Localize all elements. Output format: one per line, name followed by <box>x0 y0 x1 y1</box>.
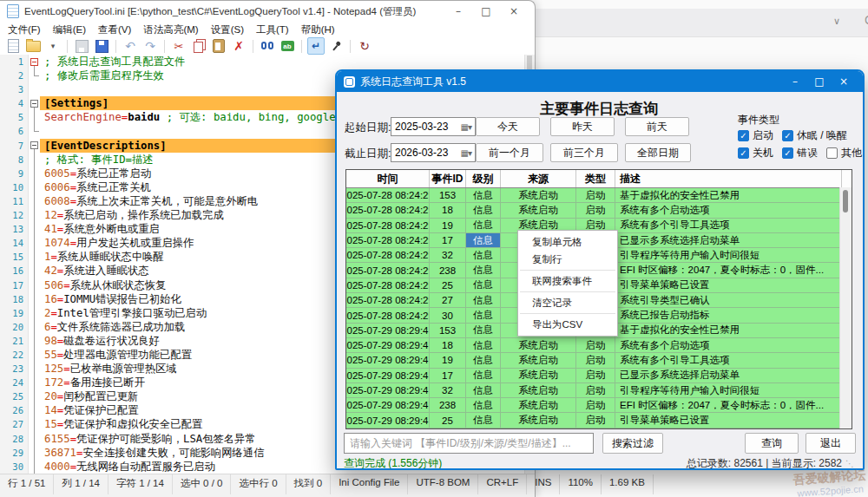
new-file-icon[interactable] <box>4 37 22 55</box>
column-header[interactable]: 事件ID <box>430 170 466 187</box>
table-cell[interactable]: 启动 <box>576 353 615 368</box>
editor-line[interactable]: 1; 系统日志查询工具配置文件 <box>0 55 525 69</box>
table-cell[interactable]: 引导程序等待用户输入时间很短 <box>615 248 842 263</box>
start-date-picker[interactable]: 2025-03-23 ▦▾ <box>391 117 476 136</box>
table-cell[interactable]: EFI 时区偏移：2047，夏令时标志：0，固件... <box>615 263 842 278</box>
menu-item[interactable]: 文件(F) <box>2 23 47 36</box>
table-cell[interactable]: 引导程序等待用户输入时间很短 <box>615 383 842 398</box>
save-as-icon[interactable] <box>93 37 110 55</box>
table-cell[interactable]: 引导菜单策略已设置 <box>615 413 842 428</box>
table-cell[interactable]: 17 <box>430 369 466 383</box>
column-header[interactable]: 描述 <box>615 170 842 187</box>
table-cell[interactable]: 信息 <box>466 428 501 429</box>
table-cell[interactable]: 2025-07-28 08:24:29 <box>346 308 430 323</box>
checkbox-其他[interactable]: 其他 <box>826 146 862 160</box>
table-cell[interactable]: 系统已报告启动指标 <box>615 308 842 323</box>
table-cell[interactable]: 基于虚拟化的安全性已禁用 <box>615 324 842 338</box>
table-cell[interactable]: 启动 <box>576 413 615 428</box>
query-button[interactable]: 查询 <box>745 433 799 454</box>
table-cell[interactable]: 引导菜单策略已设置 <box>615 278 842 293</box>
calendar-icon[interactable]: ▦▾ <box>461 148 471 158</box>
resize-grip-icon[interactable]: ⋱ <box>845 459 854 468</box>
table-row[interactable]: 2025-07-29 08:29:4117信息系统启动启动已显示多系统选择启动菜… <box>346 369 852 383</box>
status-segment[interactable]: UTF-8 BOM <box>408 474 478 494</box>
dialog-maximize-icon[interactable]: □ <box>807 71 832 92</box>
cut-icon[interactable]: ✂ <box>170 37 187 55</box>
table-cell[interactable]: 25 <box>430 278 466 293</box>
table-cell[interactable]: 153 <box>430 188 466 203</box>
table-cell[interactable]: 信息 <box>466 248 501 263</box>
checkbox-关机[interactable]: ✓关机 <box>738 146 773 160</box>
search-input[interactable] <box>344 433 594 454</box>
quick-date-button[interactable]: 前一个月 <box>476 143 543 162</box>
table-cell[interactable]: 系统有多个引导工具选项 <box>615 353 842 368</box>
table-cell[interactable]: 2025-07-29 08:29:41 <box>346 338 430 353</box>
table-cell[interactable]: 已显示多系统选择启动菜单 <box>615 369 842 383</box>
exit-button[interactable]: 退出 <box>806 433 856 454</box>
copy-icon[interactable] <box>190 37 207 55</box>
fold-box-icon[interactable] <box>30 100 38 108</box>
fold-marker[interactable] <box>29 139 40 153</box>
table-cell[interactable]: 信息 <box>466 369 501 383</box>
table-cell[interactable]: 19 <box>430 353 466 368</box>
table-cell[interactable]: 系统启动 <box>501 353 576 368</box>
table-row[interactable]: 2025-07-29 08:29:4125信息系统启动启动引导菜单策略已设置 <box>346 413 852 428</box>
table-cell[interactable]: 启动 <box>576 398 615 413</box>
table-cell[interactable]: 系统启动 <box>501 413 576 428</box>
table-cell[interactable]: 信息 <box>466 324 501 338</box>
table-cell[interactable]: 2025-07-29 08:29:41 <box>346 413 430 428</box>
table-cell[interactable]: 基于虚拟化的安全性已禁用 <box>615 188 842 203</box>
table-cell[interactable]: 信息 <box>466 383 501 398</box>
table-cell[interactable]: 153 <box>430 324 466 338</box>
notepad-titlebar[interactable]: EventLogQueryTool.ini [E:\python_test\C#… <box>0 1 535 22</box>
table-cell[interactable]: 2025-07-28 08:24:29 <box>346 248 430 263</box>
always-on-top-icon[interactable] <box>327 37 345 55</box>
filter-button[interactable]: 搜索过滤 <box>602 433 663 454</box>
table-cell[interactable]: 系统启动 <box>501 203 576 218</box>
table-cell[interactable]: 30 <box>430 308 466 323</box>
table-cell[interactable]: 2025-07-29 08:29:41 <box>346 383 430 398</box>
table-cell[interactable]: 启动 <box>576 383 615 398</box>
delete-icon[interactable]: ✗ <box>230 37 247 55</box>
checkbox-box[interactable]: ✓ <box>782 130 793 141</box>
quick-date-button[interactable]: 昨天 <box>550 117 615 136</box>
menu-item[interactable]: 设置(S) <box>205 23 250 36</box>
open-file-icon[interactable] <box>24 37 42 55</box>
table-cell[interactable]: 信息 <box>466 233 501 248</box>
table-cell[interactable]: 信息 <box>466 338 501 353</box>
table-cell[interactable]: 18 <box>430 338 466 353</box>
table-cell[interactable]: 2025-07-28 08:24:29 <box>346 293 430 308</box>
table-scrollbar-thumb[interactable] <box>843 190 848 213</box>
table-cell[interactable]: 系统启动 <box>501 338 576 353</box>
table-cell[interactable]: 2025-07-28 08:24:29 <box>346 188 430 203</box>
table-cell[interactable]: 系统引导类型已确认 <box>615 293 842 308</box>
table-row[interactable]: 2025-07-29 08:29:4132信息系统启动启动引导程序等待用户输入时… <box>346 383 852 398</box>
table-cell[interactable]: 信息 <box>466 308 501 323</box>
column-header[interactable]: 时间 <box>346 170 430 187</box>
table-cell[interactable]: 信息 <box>466 278 501 293</box>
table-cell[interactable]: 系统引导类型已确认 <box>615 428 842 429</box>
table-cell[interactable]: 32 <box>430 383 466 398</box>
table-cell[interactable]: 17 <box>430 233 466 248</box>
checkbox-box[interactable]: ✓ <box>738 130 749 141</box>
fold-marker[interactable] <box>29 96 40 110</box>
context-menu-item[interactable]: 复制行 <box>518 251 617 268</box>
table-row[interactable]: 2025-07-29 08:29:4118信息系统启动启动系统有多个启动选项 <box>346 338 852 353</box>
table-cell[interactable]: 系统有多个启动选项 <box>615 203 842 218</box>
table-cell[interactable]: 信息 <box>466 398 501 413</box>
context-menu-item[interactable]: 导出为CSV <box>518 316 617 333</box>
table-cell[interactable]: 19 <box>430 219 466 233</box>
checkbox-启动[interactable]: ✓启动 <box>738 128 773 143</box>
table-cell[interactable]: 238 <box>430 263 466 278</box>
table-cell[interactable]: 2025-07-29 08:29:41 <box>346 398 430 413</box>
table-cell[interactable]: 信息 <box>466 219 501 233</box>
paste-icon[interactable] <box>210 37 227 55</box>
quick-date-button[interactable]: 前三个月 <box>550 143 618 162</box>
context-menu-item[interactable]: 联网搜索事件 <box>518 272 617 290</box>
table-cell[interactable]: 启动 <box>576 428 615 429</box>
quick-date-button[interactable]: 今天 <box>476 117 540 136</box>
close-icon[interactable]: × <box>500 1 528 22</box>
table-cell[interactable]: 启动 <box>576 188 615 203</box>
table-cell[interactable]: 启动 <box>576 338 615 353</box>
checkbox-box[interactable]: ✓ <box>738 147 749 159</box>
